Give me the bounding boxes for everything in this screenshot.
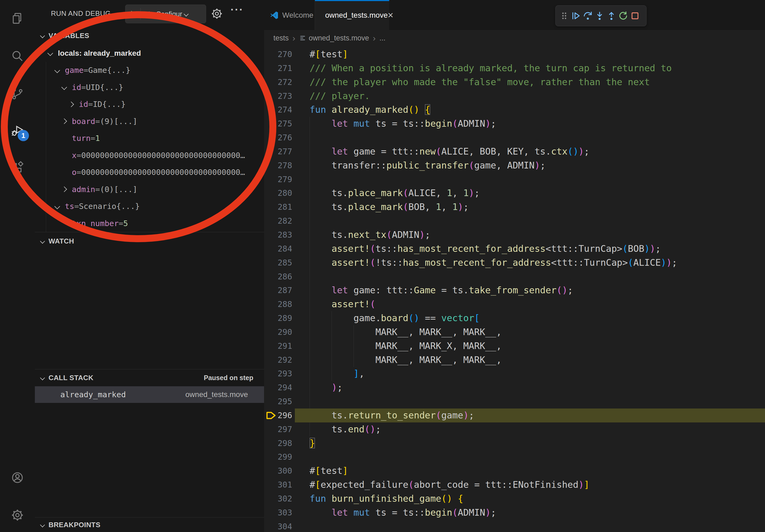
tab-owned-tests-move[interactable]: owned_tests.move ×: [315, 0, 389, 31]
variable-row[interactable]: id = UID{...}: [35, 79, 264, 96]
code-line[interactable]: 278 transfer::public_transfer(game, ADMI…: [264, 158, 765, 172]
breakpoints-section-header[interactable]: BREAKPOINTS: [35, 518, 264, 532]
code-line[interactable]: 286: [264, 270, 765, 284]
variable-row[interactable]: admin = (0)[...]: [35, 181, 264, 198]
variable-row[interactable]: o = 0000000000000000000000000000000000…: [35, 164, 264, 181]
line-number[interactable]: 288: [264, 297, 310, 311]
line-number[interactable]: 272: [264, 75, 310, 89]
code-line[interactable]: 288 assert!(: [264, 297, 765, 311]
code-editor[interactable]: 270#[test]271/// When a position is alre…: [264, 47, 765, 532]
debug-settings-gear-icon[interactable]: [211, 8, 223, 20]
line-number[interactable]: 300: [264, 464, 310, 478]
code-line[interactable]: 275 let mut ts = ts::begin(ADMIN);: [264, 117, 765, 131]
breadcrumb-item-file[interactable]: owned_tests.move: [309, 34, 369, 42]
explorer-icon[interactable]: [11, 12, 24, 25]
code-line[interactable]: 271/// When a position is already marked…: [264, 61, 765, 75]
code-line[interactable]: 274fun already_marked() {: [264, 103, 765, 117]
code-line[interactable]: 284 assert!(ts::has_most_recent_for_addr…: [264, 242, 765, 256]
line-number[interactable]: 303: [264, 506, 310, 520]
variable-row[interactable]: board = (9)[...]: [35, 113, 264, 130]
line-number[interactable]: 275: [264, 117, 310, 131]
line-number[interactable]: 292: [264, 353, 310, 367]
breadcrumb-item-tests[interactable]: tests: [274, 34, 289, 42]
line-number[interactable]: 271: [264, 61, 310, 75]
code-line[interactable]: 276: [264, 131, 765, 145]
code-line[interactable]: 294 );: [264, 381, 765, 395]
extensions-icon[interactable]: [11, 161, 24, 174]
line-number[interactable]: 301: [264, 478, 310, 492]
continue-icon[interactable]: [570, 10, 582, 22]
code-line[interactable]: 289 game.board() == vector[: [264, 311, 765, 325]
code-line[interactable]: 304: [264, 520, 765, 532]
call-stack-section-header[interactable]: CALL STACK Paused on step: [35, 370, 264, 386]
line-number[interactable]: 270: [264, 47, 310, 61]
step-out-icon[interactable]: [605, 10, 617, 22]
settings-gear-icon[interactable]: [11, 508, 24, 522]
line-number[interactable]: 295: [264, 395, 310, 408]
line-number[interactable]: 299: [264, 450, 310, 464]
line-number[interactable]: 281: [264, 200, 310, 214]
line-number[interactable]: 284: [264, 242, 310, 256]
variable-row[interactable]: turn = 1: [35, 130, 264, 147]
code-line[interactable]: 281 ts.place_mark(BOB, 1, 1);: [264, 200, 765, 214]
line-number[interactable]: 285: [264, 256, 310, 270]
variable-row[interactable]: id = ID{...}: [35, 96, 264, 113]
breadcrumb-item-symbol[interactable]: ...: [379, 34, 385, 42]
line-number[interactable]: 297: [264, 422, 310, 436]
line-number[interactable]: 273: [264, 89, 310, 103]
line-number[interactable]: 274: [264, 103, 310, 117]
code-line[interactable]: 282: [264, 214, 765, 228]
line-number[interactable]: 289: [264, 311, 310, 325]
line-number[interactable]: 291: [264, 339, 310, 353]
line-number[interactable]: 287: [264, 283, 310, 297]
line-number[interactable]: 293: [264, 367, 310, 381]
close-icon[interactable]: ×: [387, 10, 393, 20]
code-line[interactable]: 273/// player.: [264, 89, 765, 103]
code-line[interactable]: 293 ],: [264, 367, 765, 381]
line-number[interactable]: 294: [264, 381, 310, 395]
line-number[interactable]: 280: [264, 186, 310, 200]
restart-icon[interactable]: [617, 10, 629, 22]
variables-section-header[interactable]: VARIABLES: [35, 27, 264, 45]
code-line[interactable]: 272/// the player who made the "false" m…: [264, 75, 765, 89]
code-line[interactable]: 285 assert!(!ts::has_most_recent_for_add…: [264, 256, 765, 270]
variable-row[interactable]: x = 0000000000000000000000000000000000…: [35, 147, 264, 164]
variable-row[interactable]: txn_number = 5: [35, 215, 264, 232]
line-number[interactable]: 283: [264, 228, 310, 242]
line-number[interactable]: 298: [264, 436, 310, 450]
line-number[interactable]: 302: [264, 492, 310, 506]
line-number[interactable]: 276: [264, 131, 310, 145]
variable-row[interactable]: game = Game{...}: [35, 62, 264, 79]
line-number[interactable]: 279: [264, 172, 310, 186]
line-number[interactable]: 290: [264, 325, 310, 339]
code-line[interactable]: 279: [264, 172, 765, 186]
code-line[interactable]: 277 let game = ttt::new(ALICE, BOB, KEY,…: [264, 145, 765, 158]
code-line[interactable]: 270#[test]: [264, 47, 765, 61]
account-icon[interactable]: [11, 471, 24, 484]
code-line[interactable]: 280 ts.place_mark(ALICE, 1, 1);: [264, 186, 765, 200]
launch-configuration-dropdown[interactable]: No Configur: [125, 5, 206, 23]
stop-icon[interactable]: [629, 10, 641, 22]
watch-section-header[interactable]: WATCH: [35, 232, 264, 250]
call-stack-frame[interactable]: already_marked owned_tests.move: [35, 386, 264, 403]
code-line[interactable]: 297 ts.end();: [264, 422, 765, 436]
views-more-actions-icon[interactable]: ···: [231, 4, 244, 16]
code-line[interactable]: 301#[expected_failure(abort_code = ttt::…: [264, 478, 765, 492]
code-line[interactable]: 302fun burn_unfinished_game() {: [264, 492, 765, 506]
line-number[interactable]: 286: [264, 270, 310, 284]
toolbar-grip[interactable]: [558, 10, 570, 22]
code-line[interactable]: 300#[test]: [264, 464, 765, 478]
code-line[interactable]: 287 let game: ttt::Game = ts.take_from_s…: [264, 283, 765, 297]
code-line[interactable]: 296 ts.return_to_sender(game);: [264, 408, 765, 422]
code-line[interactable]: 292 MARK__, MARK__, MARK__,: [264, 353, 765, 367]
search-icon[interactable]: [11, 49, 24, 63]
line-number[interactable]: 277: [264, 145, 310, 158]
code-line[interactable]: 299: [264, 450, 765, 464]
tab-welcome[interactable]: Welcome: [264, 0, 315, 30]
code-line[interactable]: 295: [264, 395, 765, 408]
code-line[interactable]: 298}: [264, 436, 765, 450]
start-debug-icon[interactable]: [129, 10, 137, 18]
source-control-icon[interactable]: [11, 87, 24, 101]
code-line[interactable]: 303 let mut ts = ts::begin(ADMIN);: [264, 506, 765, 520]
step-into-icon[interactable]: [594, 10, 605, 22]
